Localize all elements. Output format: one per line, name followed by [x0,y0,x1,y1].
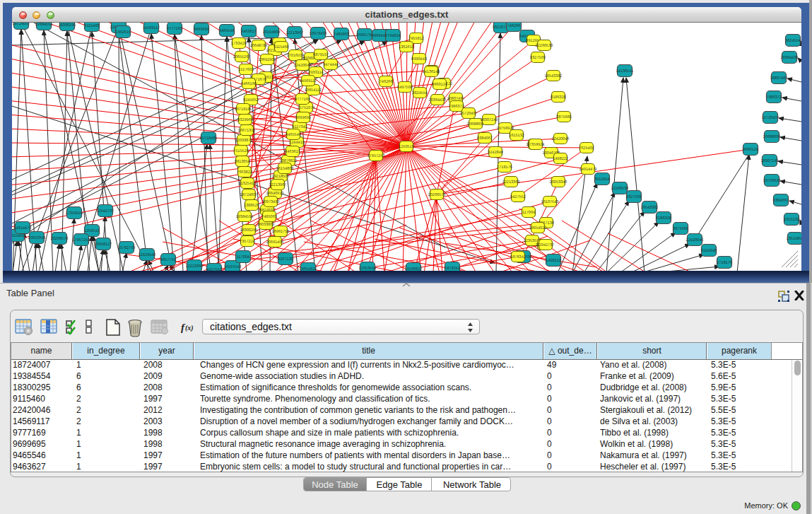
svg-text:6466160: 6466160 [241,82,257,86]
svg-text:9699695: 9699695 [194,28,209,32]
svg-text:10973493: 10973493 [262,200,280,204]
svg-text:5878342: 5878342 [510,255,526,259]
svg-text:16107543: 16107543 [541,200,559,204]
svg-text:16640910: 16640910 [266,192,284,196]
svg-text:7357224: 7357224 [240,240,255,244]
svg-text:7485063: 7485063 [334,33,349,37]
svg-text:7625402: 7625402 [579,146,594,151]
svg-text:18300295: 18300295 [59,23,76,28]
svg-text:16543382: 16543382 [545,74,563,78]
svg-text:20206578: 20206578 [51,237,69,241]
svg-text:1250515: 1250515 [399,145,414,149]
svg-text:746266: 746266 [507,24,521,28]
svg-text:2718176: 2718176 [717,261,732,265]
svg-text:3824554: 3824554 [785,39,801,43]
svg-text:8990443: 8990443 [411,57,427,62]
svg-text:16107543: 16107543 [224,265,242,269]
svg-text:7986372: 7986372 [449,105,464,109]
svg-text:6879197: 6879197 [313,53,329,57]
svg-text:9329966: 9329966 [237,118,253,122]
svg-text:12213369: 12213369 [186,264,204,269]
svg-text:1498222: 1498222 [546,259,561,263]
svg-text:9465546: 9465546 [219,29,235,33]
svg-text:9327509: 9327509 [626,195,642,199]
svg-text:12213369: 12213369 [502,180,520,185]
svg-text:8912954: 8912954 [594,177,610,182]
svg-text:10719185: 10719185 [235,107,252,112]
svg-text:8813054: 8813054 [235,160,250,164]
svg-text:20206578: 20206578 [428,193,446,197]
svg-text:17359924: 17359924 [527,143,545,147]
svg-text:18300295: 18300295 [240,228,258,233]
svg-text:9242848: 9242848 [701,249,717,253]
svg-text:7663822: 7663822 [237,170,252,175]
svg-text:14569117: 14569117 [300,79,317,83]
svg-text:19654922: 19654922 [300,267,317,271]
svg-text:3875685: 3875685 [673,227,688,231]
svg-text:2933114: 2933114 [308,71,323,75]
svg-text:15751074: 15751074 [298,106,315,110]
svg-text:16648784: 16648784 [250,44,268,48]
svg-text:7515526: 7515526 [233,149,249,153]
svg-text:18307249: 18307249 [481,118,498,122]
svg-text:9115460: 9115460 [273,45,288,49]
svg-text:17359924: 17359924 [66,211,83,216]
svg-text:19166827: 19166827 [405,267,423,271]
svg-text:3267130: 3267130 [278,257,293,262]
svg-text:8186328: 8186328 [656,216,671,221]
svg-text:12942737: 12942737 [97,209,114,214]
svg-text:10807487: 10807487 [770,76,788,81]
svg-text:2718176: 2718176 [497,165,512,170]
svg-text:18307249: 18307249 [761,159,779,163]
svg-text:9777169: 9777169 [295,98,310,102]
svg-text:7955812: 7955812 [408,37,424,41]
svg-text:1250515: 1250515 [84,229,100,233]
svg-text:20691406: 20691406 [266,240,284,245]
svg-text:1362615: 1362615 [115,30,131,35]
svg-text:16961758: 16961758 [272,230,290,234]
svg-text:20364436: 20364436 [781,56,799,60]
svg-text:10958127: 10958127 [95,243,112,247]
svg-text:9384067: 9384067 [773,199,789,203]
svg-text:22420046: 22420046 [294,64,312,68]
svg-text:9465546: 9465546 [286,133,301,137]
svg-text:1244415: 1244415 [289,141,305,145]
svg-text:1733426: 1733426 [231,42,247,46]
svg-text:9242848: 9242848 [488,151,503,155]
svg-text:12923446: 12923446 [139,253,156,257]
svg-text:1498222: 1498222 [553,157,568,161]
svg-text:1388520: 1388520 [244,204,259,208]
svg-text:9463627: 9463627 [241,30,257,34]
svg-text:1527602: 1527602 [238,68,254,72]
svg-text:5878342: 5878342 [445,267,460,271]
svg-text:12093872: 12093872 [235,139,253,143]
svg-text:14136141: 14136141 [423,70,440,74]
svg-text:16154808: 16154808 [276,167,294,171]
svg-text:1615132: 1615132 [509,134,524,138]
svg-text:10973493: 10973493 [310,32,327,36]
svg-text:12353594: 12353594 [359,267,377,271]
svg-text:10782759: 10782759 [118,246,136,250]
svg-text:16671355: 16671355 [238,129,256,133]
svg-text:20053346: 20053346 [28,236,46,240]
svg-text:14914479: 14914479 [579,168,597,172]
svg-text:3824554: 3824554 [412,91,428,95]
svg-text:15720407: 15720407 [762,116,779,120]
svg-text:19756928: 19756928 [763,179,781,183]
svg-text:16961758: 16961758 [356,33,374,37]
svg-text:10688609: 10688609 [467,122,485,127]
svg-text:10688609: 10688609 [763,135,781,139]
svg-text:10655267: 10655267 [233,55,251,59]
svg-text:746266: 746266 [379,80,393,84]
svg-text:9463627: 9463627 [285,150,300,154]
svg-text:9245052: 9245052 [243,98,259,103]
svg-text:9427552: 9427552 [206,268,222,271]
svg-text:9660124: 9660124 [432,83,447,87]
svg-text:14136141: 14136141 [616,69,634,74]
svg-text:16543382: 16543382 [641,206,659,210]
svg-text:8186328: 8186328 [551,95,566,100]
svg-text:20364436: 20364436 [429,98,447,103]
svg-text:20053346: 20053346 [550,180,567,185]
svg-text:13524851: 13524851 [787,237,801,241]
svg-text:14914479: 14914479 [14,226,32,230]
